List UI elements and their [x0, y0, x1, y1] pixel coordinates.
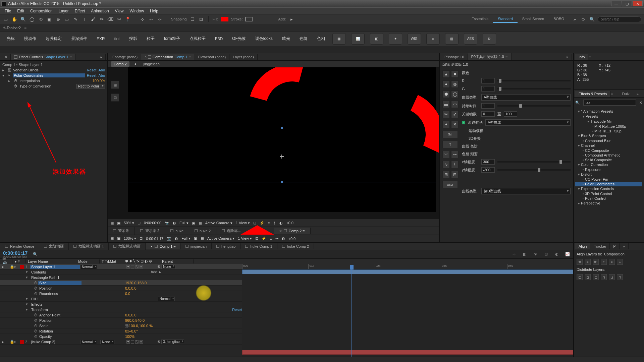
add-menu-button[interactable]: ▸: [288, 16, 294, 22]
duration-slider[interactable]: [497, 105, 571, 107]
r-input[interactable]: 1: [481, 78, 495, 83]
dist-hcenter-button[interactable]: ⊐: [585, 274, 591, 280]
timeline-row[interactable]: ●🔒▸1Shape Layer 1Normal✱╲fx⊚ None: [0, 264, 242, 269]
star-icon[interactable]: ✦: [442, 121, 450, 128]
fill-swatch[interactable]: [221, 17, 228, 21]
layer-duration-bar[interactable]: [242, 269, 573, 274]
exposure-reset-icon[interactable]: ◐: [279, 221, 283, 225]
effects-tree-item[interactable]: CC Composite: [575, 148, 642, 153]
effects-tree-item[interactable]: Perspective: [575, 201, 642, 206]
timeline-ruler[interactable]: 00s01s02s03s04s: [242, 264, 573, 269]
about-link[interactable]: Abo: [98, 73, 105, 77]
effects-tree-item[interactable]: Compound Blur: [575, 138, 642, 143]
timeline-row[interactable]: ▾Effects: [0, 302, 242, 307]
plugin-icon-button[interactable]: ▦: [332, 33, 346, 45]
timeline-tab[interactable]: 危险动画: [39, 243, 69, 250]
text-button[interactable]: T: [442, 141, 458, 148]
shape-triangle-icon[interactable]: ▲: [442, 70, 450, 78]
parent-header[interactable]: Parent: [160, 259, 194, 263]
p9-tab-1[interactable]: P9shape1.0: [441, 54, 468, 60]
transparency-icon[interactable]: ▦: [199, 221, 202, 225]
frame-blend-icon[interactable]: ⊡: [543, 251, 549, 257]
menu-layer[interactable]: Layer: [56, 8, 71, 14]
graph-editor-icon[interactable]: 📈: [565, 251, 571, 257]
timeline-tab[interactable]: hengtiao: [212, 243, 240, 249]
twirl-icon[interactable]: ▸: [2, 68, 6, 72]
effects-tree[interactable]: * Animation PresetsPresetsTrapcode MirMI…: [574, 108, 644, 242]
auto-dropdown[interactable]: A型曲线: [485, 119, 571, 126]
pixel-aspect-icon[interactable]: ⊡: [255, 236, 258, 241]
comp-tab[interactable]: 警示条 2: [135, 227, 165, 235]
misc-icon[interactable]: ⊞: [442, 171, 450, 178]
plugin-button[interactable]: 粒子: [145, 35, 157, 43]
roto-tool[interactable]: ✂: [116, 16, 122, 22]
timeline-row[interactable]: ▾ContentsAdd: ▸: [0, 269, 242, 275]
stroke-swatch[interactable]: [245, 17, 253, 21]
timecode-display[interactable]: 0:00:00:00: [144, 221, 161, 225]
about-link[interactable]: Abo: [98, 68, 105, 72]
plugin-icon-button[interactable]: AES: [464, 33, 477, 45]
cut-icon[interactable]: ✂: [442, 111, 450, 118]
breadcrumb-item[interactable]: jingjiexian: [141, 61, 162, 67]
plugin-button[interactable]: E3D: [213, 35, 225, 43]
timeline-row[interactable]: ⏱Position960.0,540.0: [0, 318, 242, 323]
effect-controls-layer-link[interactable]: Shape Layer 1: [44, 55, 68, 59]
reset-link[interactable]: Reset: [87, 73, 97, 77]
timeline-tab[interactable]: Render Queue: [0, 243, 39, 249]
plugin-icon-button[interactable]: 📊: [351, 33, 365, 45]
roi-icon[interactable]: ▣: [194, 236, 197, 241]
auto-checkbox[interactable]: ✓: [462, 121, 465, 124]
plugin-button[interactable]: 景深插件: [69, 35, 89, 43]
zoom-dropdown[interactable]: 50% ▾: [124, 221, 134, 225]
shape-roundrect-icon[interactable]: ▭: [451, 101, 459, 108]
expand-icon[interactable]: ⤢: [451, 111, 459, 118]
menu-file[interactable]: File: [2, 8, 14, 14]
pixel-aspect-icon[interactable]: ⊡: [253, 221, 256, 225]
fast-preview-icon[interactable]: ⚡: [260, 221, 264, 225]
effects-tree-item[interactable]: Solid Composite: [575, 158, 642, 162]
timeline-tab[interactable]: huke Comp 1: [240, 243, 277, 249]
viewer-channel-icon[interactable]: ▣: [117, 221, 120, 225]
duik-tab[interactable]: Duik: [619, 91, 633, 97]
zoom-tool[interactable]: 🔍: [20, 16, 26, 22]
comp-tab[interactable]: × Comp 2 ≡: [274, 228, 310, 234]
effects-search-input[interactable]: [583, 100, 636, 106]
effects-tree-item[interactable]: Point Control: [575, 196, 642, 201]
tracker-tab[interactable]: Tracker: [590, 243, 610, 249]
fast-preview-icon[interactable]: ⚡: [262, 236, 266, 241]
kf-from-input[interactable]: 0: [481, 111, 495, 117]
exposure-reset-icon[interactable]: ◐: [282, 236, 285, 241]
shape-ring-icon[interactable]: ◍: [451, 80, 459, 88]
menu-composition[interactable]: Composition: [28, 8, 55, 14]
effects-tree-item[interactable]: Channel: [575, 143, 642, 148]
breadcrumb-item[interactable]: Comp 2: [111, 61, 129, 67]
plugin-button[interactable]: 慢动作: [22, 35, 38, 43]
effect-venetian-blinds[interactable]: Venetian Blinds: [13, 68, 85, 72]
p9-tab-2[interactable]: P9工具栏测试版 1.0 ≡: [468, 53, 512, 60]
info-tab[interactable]: Info: [575, 54, 588, 60]
plugin-icon-button[interactable]: ▤: [445, 33, 459, 45]
workspace-bobo[interactable]: BOBO: [549, 15, 569, 23]
panel-menu-icon[interactable]: ≡: [610, 92, 613, 96]
comp-flow-icon[interactable]: ⊹: [275, 236, 278, 241]
maximize-button[interactable]: ▢: [622, 1, 632, 6]
panel-close-x[interactable]: ×: [2, 54, 11, 60]
timeline-icon[interactable]: ≡: [270, 237, 272, 241]
dist-top-button[interactable]: ⊓: [601, 274, 607, 280]
plugin-button[interactable]: 调色looks: [253, 35, 275, 43]
user-button[interactable]: User: [442, 181, 458, 188]
composition-canvas[interactable]: [128, 67, 436, 212]
effects-tree-item[interactable]: * Animation Presets: [575, 109, 642, 114]
effects-tree-item[interactable]: CC Power Pin: [575, 177, 642, 182]
fx-toggle[interactable]: fx: [8, 68, 11, 72]
viewer-tool-icon[interactable]: ⊡: [111, 94, 119, 102]
g-input[interactable]: 1: [481, 86, 495, 92]
comp-tab[interactable]: 警示条: [108, 227, 135, 235]
plugin-button[interactable]: 色阶: [298, 35, 310, 43]
shape-rect-icon[interactable]: ▬: [442, 101, 450, 108]
r-slider[interactable]: [497, 80, 571, 81]
plugin-button[interactable]: tint: [112, 35, 122, 43]
plugin-button[interactable]: 投影: [127, 35, 139, 43]
comp-tab[interactable]: huke: [165, 228, 189, 234]
motion-blur-icon[interactable]: ◐: [554, 251, 560, 257]
